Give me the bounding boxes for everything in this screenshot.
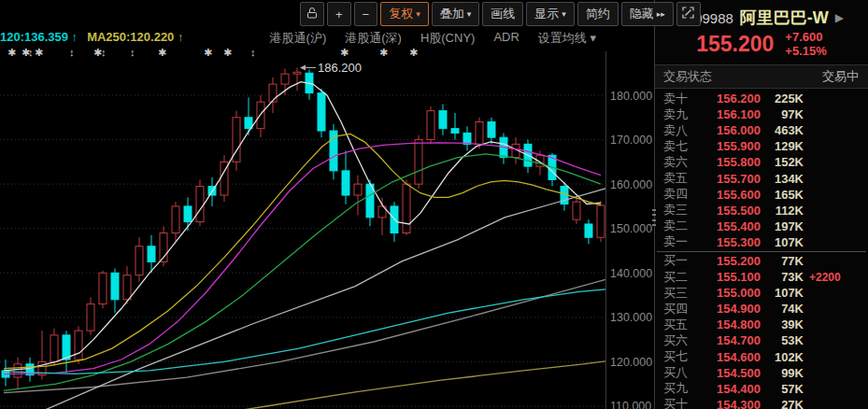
level-volume: 27K [761,398,804,409]
market-tab-ma-settings[interactable]: 设置均线 ▾ [538,30,596,47]
level-label: 买二 [663,269,699,286]
market-tab-h-share-cny[interactable]: H股(CNY) [420,30,476,47]
ask-row[interactable]: 卖七155.900129K [655,138,868,154]
ask-row[interactable]: 卖一155.300107K [655,234,868,250]
level-price: 154.400 [699,382,761,396]
market-tab-hk-connect-sh[interactable]: 港股通(沪) [270,30,327,47]
level-price: 155.500 [699,204,761,218]
high-price-annotation: 186.200 [318,61,362,75]
level-label: 买九 [663,380,699,397]
hide-button[interactable]: 隐藏▸▸ [621,2,674,26]
level-price: 155.100 [699,270,761,284]
ask-row[interactable]: 卖六155.800152K [655,154,868,170]
ask-row[interactable]: 卖二155.400197K [655,219,868,234]
event-updown-icon[interactable]: ↕ [250,47,256,58]
event-star-icon[interactable]: ✱ [340,47,349,59]
level-volume: 73K [761,270,804,284]
level-volume: 53K [761,333,804,347]
ask-row[interactable]: 卖四155.600165K [655,187,868,203]
bid-row[interactable]: 买九154.40057K [655,381,868,397]
zoom-in-button[interactable]: + [327,2,351,26]
display-label: 显示 [534,6,559,22]
double-arrow-icon: ▸▸ [657,10,665,19]
event-star-icon[interactable]: ✱ [7,47,16,59]
level-label: 买十 [663,396,699,409]
adjust-price-button[interactable]: 复权▾ [380,2,429,26]
level-label: 卖四 [663,186,699,203]
bid-row[interactable]: 买二155.10073K+2200 [655,269,868,285]
y-axis-label: 160.000 [610,178,652,191]
level-label: 买一 [663,252,699,269]
level-price: 154.900 [699,302,761,316]
price-change: +7.600 +5.15% [785,30,826,58]
ask-row[interactable]: 卖五155.700134K [655,170,868,186]
lock-icon [306,7,319,22]
ask-row[interactable]: 卖八156.000463K [655,122,868,138]
event-star-icon[interactable]: ✱ [409,47,418,59]
bid-row[interactable]: 买七154.600102K [655,349,868,365]
bid-row[interactable]: 买一155.20077K [655,253,868,269]
ask-row[interactable]: 卖三155.500112K [655,203,868,219]
event-updown-icon[interactable]: ↕ [130,47,135,58]
level-label: 买八 [663,364,699,381]
bid-row[interactable]: 买八154.50099K [655,365,868,381]
ask-row[interactable]: 卖十156.200225K [655,91,868,106]
chart-pane: 180.000170.000160.000150.000140.000130.0… [0,0,654,409]
panel-resize-handle[interactable] [651,209,657,226]
level-volume: 57K [761,382,804,396]
level-volume: 39K [761,317,804,331]
level-price: 155.300 [699,235,761,249]
level-volume: 129K [761,139,804,153]
draw-line-button[interactable]: 画线 [482,2,523,26]
y-axis-label: 170.000 [610,134,652,147]
bid-row[interactable]: 买三155.000107K [655,285,868,301]
event-updown-icon[interactable]: ↕ [28,47,34,58]
series-MA-long-gray [4,279,605,392]
level-price: 155.200 [699,254,761,268]
bid-row[interactable]: 买十154.30027K [655,397,868,409]
overlay-button[interactable]: 叠加▾ [432,2,480,26]
zoom-in-label: + [335,7,343,21]
bid-row[interactable]: 买六154.70053K [655,332,868,348]
ma-label: MA250:120.220 ↑ [87,30,183,44]
level-price: 154.300 [699,398,761,409]
y-axis-label: 140.000 [610,267,652,280]
market-tab-adr[interactable]: ADR [493,30,519,47]
event-star-icon[interactable]: ✱ [158,47,166,59]
event-updown-icon[interactable]: ↕ [69,47,75,58]
simple-mode-button[interactable]: 简约 [577,2,619,26]
level-price: 155.600 [699,188,761,202]
event-star-icon[interactable]: ✱ [379,47,388,59]
display-button[interactable]: 显示▾ [526,2,575,26]
lock-button[interactable] [300,2,324,26]
ask-row[interactable]: 卖九156.10097K [655,106,868,122]
level-volume: 107K [761,235,804,249]
level-volume: 102K [761,350,804,364]
level-volume: 463K [761,123,804,137]
event-star-icon[interactable]: ✱ [223,47,232,59]
market-tab-hk-connect-sz[interactable]: 港股通(深) [345,30,402,47]
zoom-out-label: − [363,7,370,21]
event-updown-icon[interactable]: ↕ [101,47,107,58]
level-price: 156.000 [699,123,761,137]
stock-name: 阿里巴巴-W [740,7,829,29]
trade-status-label: 交易状态 [663,68,712,85]
series-MA-mid-yellow [4,134,601,368]
level-price: 156.100 [699,107,761,121]
level-price: 155.900 [699,139,761,153]
level-volume: 152K [761,155,804,169]
fullscreen-button[interactable] [676,2,701,26]
level-label: 卖八 [663,122,699,139]
bid-row[interactable]: 买四154.90074K [655,301,868,317]
level-label: 买三 [663,285,699,302]
zoom-out-button[interactable]: − [354,2,378,26]
event-star-icon[interactable]: ✱ [35,47,43,59]
next-stock-arrow-icon[interactable]: ▶ [835,11,844,24]
event-star-icon[interactable]: ✱ [204,47,212,59]
last-price: 155.200 [696,32,774,57]
level-label: 买六 [663,332,699,349]
level-volume: 197K [761,219,804,233]
trade-status-value: 交易中 [822,68,859,85]
bid-row[interactable]: 买五154.80039K [655,317,868,332]
level-label: 卖七 [663,138,699,155]
